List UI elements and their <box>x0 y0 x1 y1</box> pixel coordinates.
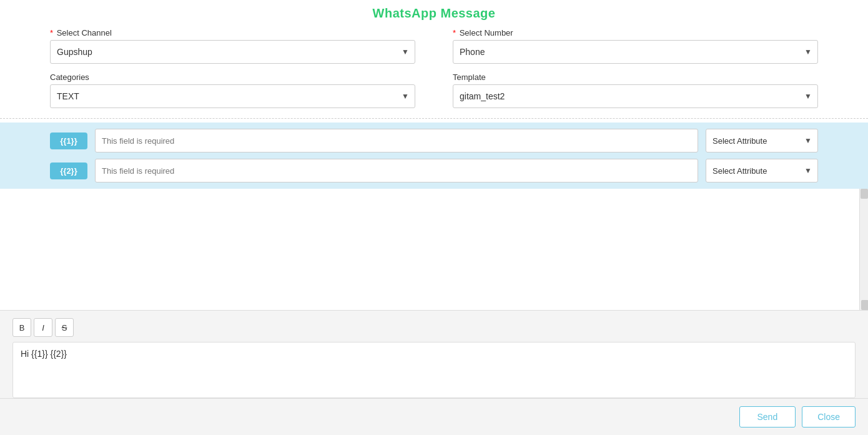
channel-required-star: * <box>50 28 53 38</box>
param-select-wrapper-1[interactable]: Select Attribute ▼ <box>706 129 818 152</box>
param-select-1[interactable]: Select Attribute <box>706 129 818 152</box>
number-required-star: * <box>453 28 456 38</box>
template-select-wrapper[interactable]: gitam_test2 ▼ <box>453 84 818 108</box>
editor-content[interactable]: Hi {{1}} {{2}} <box>12 342 856 398</box>
close-button[interactable]: Close <box>802 406 856 428</box>
param-select-2[interactable]: Select Attribute <box>706 159 818 182</box>
italic-button[interactable]: I <box>34 318 52 337</box>
template-select[interactable]: gitam_test2 <box>453 84 818 108</box>
send-button[interactable]: Send <box>739 406 796 428</box>
channel-label: * Select Channel <box>50 28 415 38</box>
action-bar: Send Close <box>0 398 868 435</box>
page-title: WhatsApp Message <box>0 0 868 28</box>
param-tag-1: {{1}} <box>50 132 87 149</box>
scrollbar-thumb-bottom[interactable] <box>861 300 868 310</box>
categories-group: Categories TEXT ▼ <box>50 72 415 108</box>
categories-select-wrapper[interactable]: TEXT ▼ <box>50 84 415 108</box>
number-label: * Select Number <box>453 28 818 38</box>
param-row-2: {{2}} Select Attribute ▼ <box>50 159 818 182</box>
categories-label: Categories <box>50 72 415 82</box>
top-form: * Select Channel Gupshup ▼ * Select Numb… <box>0 28 868 114</box>
editor-text: Hi {{1}} {{2}} <box>21 349 67 359</box>
scrollbar-thumb-top[interactable] <box>861 189 868 199</box>
number-select-wrapper[interactable]: Phone ▼ <box>453 40 818 64</box>
template-label: Template <box>453 72 818 82</box>
bold-button[interactable]: B <box>12 318 31 337</box>
channel-select-wrapper[interactable]: Gupshup ▼ <box>50 40 415 64</box>
section-divider <box>0 118 868 119</box>
param-input-1[interactable] <box>95 129 698 152</box>
param-select-wrapper-2[interactable]: Select Attribute ▼ <box>706 159 818 182</box>
number-group: * Select Number Phone ▼ <box>453 28 818 64</box>
channel-select[interactable]: Gupshup <box>50 40 415 64</box>
param-row-1: {{1}} Select Attribute ▼ <box>50 129 818 152</box>
params-section: {{1}} Select Attribute ▼ {{2}} Select At… <box>0 122 868 189</box>
form-row-2: Categories TEXT ▼ Template gitam_test2 ▼ <box>50 72 818 108</box>
channel-group: * Select Channel Gupshup ▼ <box>50 28 415 64</box>
scrollbar-track[interactable] <box>859 189 868 310</box>
editor-section: B I S Hi {{1}} {{2}} <box>0 310 868 398</box>
editor-toolbar: B I S <box>12 318 856 337</box>
categories-select[interactable]: TEXT <box>50 84 415 108</box>
param-tag-2: {{2}} <box>50 162 87 179</box>
empty-space <box>0 189 868 310</box>
strikethrough-button[interactable]: S <box>55 318 74 337</box>
number-select[interactable]: Phone <box>453 40 818 64</box>
param-input-2[interactable] <box>95 159 698 182</box>
template-group: Template gitam_test2 ▼ <box>453 72 818 108</box>
form-row-1: * Select Channel Gupshup ▼ * Select Numb… <box>50 28 818 64</box>
page-wrapper: WhatsApp Message * Select Channel Gupshu… <box>0 0 868 435</box>
